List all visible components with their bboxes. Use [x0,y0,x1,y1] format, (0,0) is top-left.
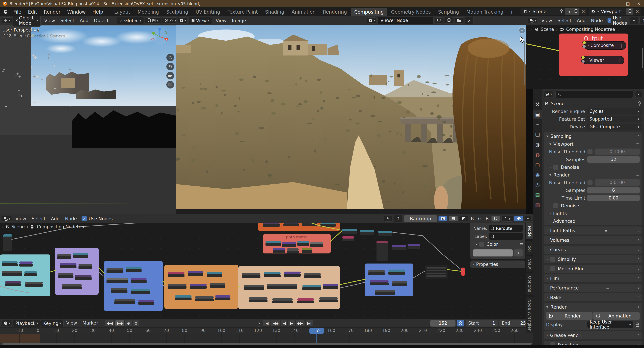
node[interactable] [62,284,82,287]
node-body[interactable] [73,255,88,258]
node[interactable] [323,284,338,286]
node[interactable] [284,272,301,274]
node-body[interactable] [378,233,392,236]
node[interactable] [210,283,226,285]
remove-view-layer-icon[interactable]: × [634,9,641,14]
node-body[interactable] [282,244,296,247]
minimize-button[interactable]: – [612,0,622,7]
use-preview-range-icon[interactable] [457,320,464,327]
app-menu-window[interactable]: Window [64,8,89,16]
node[interactable] [78,264,92,266]
panel-checkbox-denoise[interactable] [553,203,558,208]
editor-type-button-properties[interactable]: ▾ [544,91,554,97]
display-mode-dropdown[interactable]: View▾ [188,17,212,24]
top-node-menu-add[interactable]: Add [574,17,588,24]
node[interactable] [264,272,280,274]
use-nodes-checkbox[interactable]: ✓ [608,18,611,23]
node-body[interactable] [114,301,135,304]
node-body[interactable] [2,273,22,276]
insert-keyframe-icon[interactable]: ⊕ [125,320,132,327]
node[interactable] [126,267,142,269]
playback-sync-dropdown[interactable]: ▾ [256,320,262,327]
viewer-alpha-socket[interactable] [581,59,585,63]
prev-keyframe-button[interactable]: ◀◆ [271,320,280,327]
field-value-device[interactable]: GPU Compute▾ [587,124,642,130]
app-menu-file[interactable]: File [10,8,25,16]
viewport-menu-object[interactable]: Object [91,17,111,24]
node-color-dropdown[interactable]: ▾ [514,249,523,257]
panel-checkbox-simplify[interactable] [550,257,556,262]
node-body[interactable] [323,286,338,289]
node-body[interactable] [78,266,92,269]
node[interactable] [2,261,18,263]
panel-checkbox-freestyle[interactable] [550,342,556,345]
node[interactable] [244,285,264,287]
node-body[interactable] [75,277,92,280]
panel-drag-grip[interactable]: ∷ [636,305,639,309]
composite-node[interactable]: ›Composite∥ [584,41,626,50]
node-body[interactable] [111,290,128,293]
properties-tab-render[interactable]: ▣ [533,110,542,119]
pin-icon[interactable] [630,17,638,24]
node-body[interactable] [242,275,260,278]
timeline-menu-view[interactable]: View [64,320,80,327]
node[interactable] [75,275,92,277]
workspace-tab-layout[interactable]: Layout [110,8,134,16]
properties-tab-object[interactable]: ▢ [533,160,542,169]
parent-tree-icon[interactable]: ↑ [640,17,644,24]
channel-alpha-icon[interactable] [459,216,468,221]
node-body[interactable] [267,286,297,289]
jump-next-keyframe-button[interactable]: ▶◆ [115,320,124,327]
panel-header-film[interactable]: ›Film∷ [544,274,642,282]
workspace-tab-animation[interactable]: Animation [288,8,319,16]
node[interactable] [206,272,222,274]
workspace-tab-modeling[interactable]: Modeling [134,8,162,16]
node[interactable] [267,284,297,286]
new-view-layer-icon[interactable] [626,8,634,15]
overlays-dropdown[interactable]: ▾ [524,216,531,222]
scene-icon[interactable]: ▾ [521,8,532,15]
compositor-menu-add[interactable]: Add [48,215,62,222]
overlays-toggle-icon[interactable] [514,216,523,221]
node-body[interactable] [126,269,142,272]
node[interactable] [60,263,76,265]
chevron-left-icon[interactable]: ‹ [528,27,529,31]
node[interactable] [266,241,281,243]
node-body[interactable] [388,272,405,275]
node-body[interactable] [302,287,321,290]
workspace-tab-rendering[interactable]: Rendering [319,8,351,16]
node[interactable] [195,296,214,299]
node-body[interactable] [138,302,154,305]
panel-drag-grip[interactable]: ∷ [636,229,639,233]
node-body[interactable] [188,273,203,276]
panel-header-denoise[interactable]: ›Denoise [544,202,642,210]
play-button[interactable]: ▶ [288,320,295,327]
panel-drag-grip[interactable]: ∷ [636,286,639,290]
breadcrumb-tree[interactable]: Compositing Nodetree [566,27,615,32]
preset-icon[interactable]: ≡ [606,286,610,290]
navigation-gizmo[interactable]: x [149,27,170,47]
prop-checkbox-noise-threshold[interactable] [587,149,593,154]
properties-tab-output[interactable]: ⊟ [533,120,542,129]
unlink-scene-icon[interactable]: × [580,9,587,14]
editor-type-button-compositor[interactable]: ▾ [2,216,12,222]
panel-header-denoise[interactable]: ›Denoise [544,163,642,171]
panel-header-volumes[interactable]: ›Volumes∷ [544,236,642,244]
workspace-tab-geometry-nodes[interactable]: Geometry Nodes [388,8,434,16]
pin-icon[interactable] [638,101,642,106]
browse-image-icon[interactable] [454,17,464,23]
view-layer-icon[interactable]: ▾ [589,8,601,15]
node-body[interactable] [287,251,299,254]
node[interactable] [342,229,357,231]
composite-image-socket[interactable] [582,41,586,44]
pin-icon[interactable] [558,8,565,15]
output-frame[interactable]: Output [559,33,628,76]
color-panel-title[interactable]: Color [486,242,498,247]
node-body[interactable] [195,299,214,301]
node[interactable] [408,244,420,246]
prop-value-samples[interactable]: 6 [587,187,640,193]
node[interactable] [2,271,22,273]
node-body[interactable] [168,274,184,277]
node-body[interactable] [408,246,420,249]
close-button[interactable]: × [633,0,644,7]
